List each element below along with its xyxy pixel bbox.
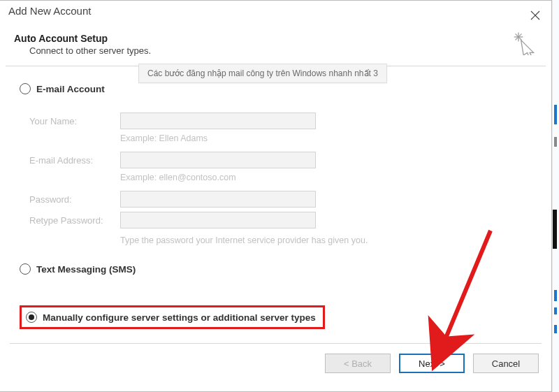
back-label: < Back (344, 358, 372, 369)
hover-tooltip: Các bước đăng nhập mail công ty trên Win… (138, 64, 387, 83)
row-email: E-mail Address: (29, 152, 537, 168)
radio-email-account[interactable]: E-mail Account (20, 83, 537, 94)
back-button: < Back (325, 354, 391, 373)
row-password: Password: (29, 191, 537, 208)
your-name-label: Your Name: (29, 116, 120, 126)
titlebar: Add New Account (0, 1, 551, 26)
header-subtitle: Connect to other server types. (14, 45, 537, 56)
password-label: Password: (29, 194, 120, 205)
highlight-box: Manually configure server settings or ad… (20, 305, 325, 329)
tooltip-text: Các bước đăng nhập mail công ty trên Win… (147, 68, 378, 78)
dialog-header: Auto Account Setup Connect to other serv… (0, 26, 551, 66)
next-button[interactable]: Next > (399, 354, 465, 373)
radio-email-label: E-mail Account (36, 84, 105, 94)
email-label: E-mail Address: (29, 155, 120, 166)
row-your-name: Your Name: (29, 112, 537, 129)
radio-icon (26, 312, 37, 323)
background-strip (552, 0, 559, 392)
radio-icon (20, 83, 31, 94)
close-button[interactable] (519, 5, 551, 26)
cancel-label: Cancel (492, 358, 520, 369)
row-retype-password: Retype Password: (29, 212, 537, 228)
window-title: Add New Account (8, 5, 91, 17)
cancel-button[interactable]: Cancel (473, 354, 539, 373)
radio-text-messaging[interactable]: Text Messaging (SMS) (20, 263, 537, 275)
password-hint: Type the password your Internet service … (120, 235, 537, 245)
radio-manual-label: Manually configure server settings or ad… (43, 312, 316, 323)
header-title: Auto Account Setup (14, 33, 537, 44)
dialog-content: E-mail Account Your Name: Example: Ellen… (0, 66, 551, 339)
your-name-input (120, 112, 316, 129)
add-account-dialog: Add New Account Auto Account Setup Conne… (0, 0, 552, 392)
retype-password-input (120, 212, 316, 228)
radio-sms-label: Text Messaging (SMS) (36, 264, 136, 275)
password-input (120, 191, 316, 208)
email-input (120, 152, 316, 168)
email-form-block: Your Name: Example: Ellen Adams E-mail A… (29, 112, 537, 245)
your-name-example: Example: Ellen Adams (120, 133, 537, 143)
radio-icon (20, 263, 31, 275)
next-label: Next > (419, 358, 445, 369)
retype-password-label: Retype Password: (29, 215, 120, 226)
radio-manual-config[interactable]: Manually configure server settings or ad… (26, 312, 316, 323)
dialog-footer: < Back Next > Cancel (0, 344, 551, 383)
email-example: Example: ellen@contoso.com (120, 173, 537, 182)
close-icon (530, 10, 540, 20)
wizard-icon (512, 30, 537, 55)
